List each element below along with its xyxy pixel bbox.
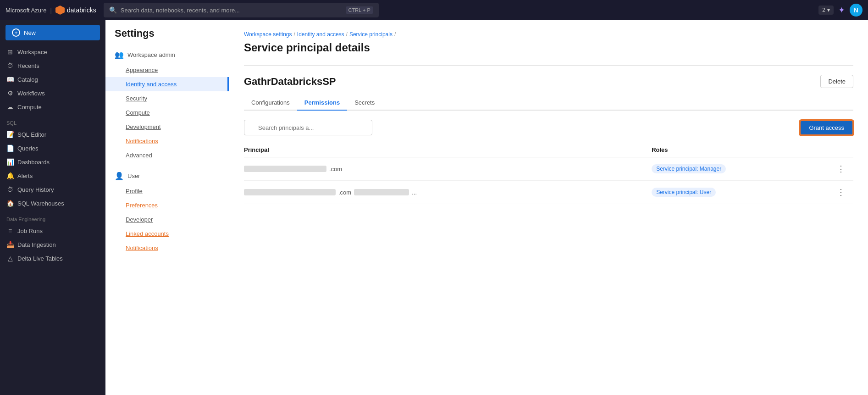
settings-nav-identity-access[interactable]: Identity and access <box>105 77 229 91</box>
databricks-text: databricks <box>67 6 96 14</box>
new-label: New <box>24 29 36 36</box>
job-runs-label: Job Runs <box>17 228 43 234</box>
brand-area: Microsoft Azure | databricks <box>6 6 96 15</box>
sidebar-item-data-ingestion[interactable]: 📥 Data Ingestion <box>0 238 105 251</box>
tab-configurations[interactable]: Configurations <box>244 95 297 111</box>
sp-name: GathrDatabricksSP <box>244 76 336 88</box>
principal-blur-1 <box>244 166 326 172</box>
sidebar-item-delta-live[interactable]: △ Delta Live Tables <box>0 251 105 265</box>
grant-access-button[interactable]: Grant access <box>800 120 853 135</box>
alerts-icon: 🔔 <box>6 172 14 179</box>
settings-nav-appearance[interactable]: Appearance <box>105 63 229 77</box>
data-eng-section-label: Data Engineering <box>0 210 105 224</box>
query-history-label: Query History <box>17 186 54 193</box>
principals-search-input[interactable] <box>244 120 372 135</box>
settings-nav-advanced[interactable]: Advanced <box>105 148 229 162</box>
principal-cell-2: .com ... <box>244 181 652 204</box>
user-label: 2 <box>822 7 825 13</box>
table-row: .com ... Service principal: User ⋮ <box>244 181 853 204</box>
principal-cell-2-inner: .com ... <box>244 189 646 196</box>
sql-section-label: SQL <box>0 114 105 128</box>
sidebar-item-job-runs[interactable]: ≡ Job Runs <box>0 224 105 238</box>
workspace-admin-group: 👥 Workspace admin <box>105 47 229 63</box>
sidebar-item-sql-warehouses[interactable]: 🏠 SQL Warehouses <box>0 196 105 210</box>
sidebar-item-queries[interactable]: 📄 Queries <box>0 141 105 155</box>
row-menu-button-1[interactable]: ⋮ <box>834 163 848 175</box>
delete-button[interactable]: Delete <box>820 75 853 88</box>
dashboards-icon: 📊 <box>6 158 14 166</box>
user-dropdown[interactable]: 2 ▾ <box>818 6 834 15</box>
col-roles: Roles <box>652 143 834 157</box>
settings-nav-user-notifications[interactable]: Notifications <box>105 241 229 255</box>
catalog-icon: 📖 <box>6 76 14 83</box>
query-history-icon: ⏱ <box>6 186 14 193</box>
principal-blur-2b <box>354 189 409 195</box>
star-icon[interactable]: ✦ <box>838 5 845 15</box>
settings-area: Settings 👥 Workspace admin Appearance Id… <box>105 20 868 395</box>
tab-permissions[interactable]: Permissions <box>297 95 347 111</box>
divider <box>244 65 853 66</box>
settings-nav-development[interactable]: Development <box>105 120 229 134</box>
new-button[interactable]: + New <box>6 25 100 40</box>
breadcrumb: Workspace settings / Identity and access… <box>244 31 853 38</box>
tab-secrets[interactable]: Secrets <box>347 95 382 111</box>
sidebar-item-alerts[interactable]: 🔔 Alerts <box>0 169 105 183</box>
breadcrumb-service-principals[interactable]: Service principals <box>349 31 393 38</box>
compute-icon: ☁ <box>6 103 14 111</box>
row-menu-button-2[interactable]: ⋮ <box>834 186 848 198</box>
sidebar-main-items: ⊞ Workspace ⏱ Recents 📖 Catalog ⚙ Workfl… <box>0 45 105 114</box>
recents-icon: ⏱ <box>6 62 14 69</box>
sidebar-item-compute[interactable]: ☁ Compute <box>0 100 105 114</box>
breadcrumb-identity-access[interactable]: Identity and access <box>297 31 344 38</box>
workflows-icon: ⚙ <box>6 89 14 97</box>
sidebar-item-dashboards[interactable]: 📊 Dashboards <box>0 155 105 169</box>
databricks-icon <box>55 6 65 15</box>
settings-sidebar: Settings 👥 Workspace admin Appearance Id… <box>105 20 229 395</box>
role-cell-1: Service principal: Manager <box>652 157 834 181</box>
sidebar-compute-label: Compute <box>17 104 42 111</box>
table-row: .com Service principal: Manager ⋮ <box>244 157 853 181</box>
sql-warehouses-icon: 🏠 <box>6 200 14 207</box>
data-ingestion-label: Data Ingestion <box>17 241 56 248</box>
settings-nav-notifications[interactable]: Notifications <box>105 134 229 148</box>
sidebar-item-catalog[interactable]: 📖 Catalog <box>0 72 105 86</box>
user-group: 👤 User <box>105 168 229 184</box>
workspace-admin-icon: 👥 <box>115 50 124 59</box>
principal-blur-2 <box>244 189 336 195</box>
sidebar-item-sql-editor[interactable]: 📝 SQL Editor <box>0 128 105 141</box>
sidebar-item-query-history[interactable]: ⏱ Query History <box>0 183 105 196</box>
avatar[interactable]: N <box>850 4 862 17</box>
settings-nav-linked-accounts[interactable]: Linked accounts <box>105 227 229 241</box>
principal-cell-1-inner: .com <box>244 166 646 172</box>
breadcrumb-sep-3: / <box>394 31 396 38</box>
role-badge-1: Service principal: Manager <box>652 164 726 173</box>
top-navigation: Microsoft Azure | databricks 🔍 Search da… <box>0 0 868 20</box>
settings-nav-profile[interactable]: Profile <box>105 184 229 198</box>
settings-nav-preferences[interactable]: Preferences <box>105 198 229 212</box>
queries-label: Queries <box>17 145 39 152</box>
principal-ellipsis-2: ... <box>412 189 417 196</box>
role-badge-2: Service principal: User <box>652 188 716 197</box>
workspace-admin-label: Workspace admin <box>127 51 175 58</box>
settings-nav-compute[interactable]: Compute <box>105 106 229 120</box>
delta-live-icon: △ <box>6 255 14 262</box>
global-search[interactable]: 🔍 Search data, notebooks, recents, and m… <box>104 3 379 17</box>
workspace-icon: ⊞ <box>6 48 14 56</box>
sidebar-item-recents[interactable]: ⏱ Recents <box>0 59 105 72</box>
main-content: Workspace settings / Identity and access… <box>229 20 868 395</box>
permissions-table: Principal Roles .com <box>244 143 853 204</box>
settings-title: Settings <box>105 28 229 47</box>
dashboards-label: Dashboards <box>17 159 50 166</box>
breadcrumb-workspace-settings[interactable]: Workspace settings <box>244 31 292 38</box>
sidebar-item-workspace[interactable]: ⊞ Workspace <box>0 45 105 59</box>
settings-nav-developer[interactable]: Developer <box>105 212 229 227</box>
brand-sep: | <box>50 7 52 14</box>
sidebar-item-workflows[interactable]: ⚙ Workflows <box>0 86 105 100</box>
principal-domain-1: .com <box>329 166 342 172</box>
search-icon: 🔍 <box>109 6 117 14</box>
sql-warehouses-label: SQL Warehouses <box>17 200 64 207</box>
row-actions-2: ⋮ <box>834 181 853 204</box>
settings-nav-security[interactable]: Security <box>105 91 229 106</box>
sidebar-catalog-label: Catalog <box>17 76 38 83</box>
azure-label: Microsoft Azure <box>6 7 47 14</box>
